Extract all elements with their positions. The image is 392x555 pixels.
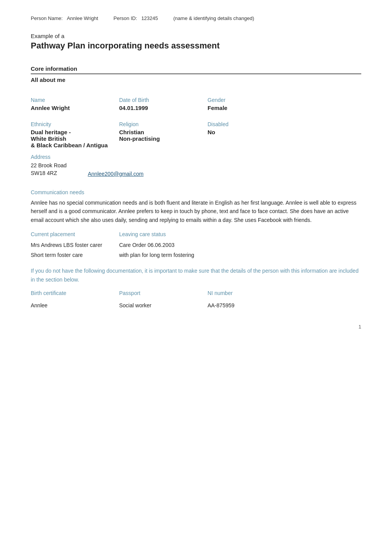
current-placement-value2: Short term foster care bbox=[31, 252, 119, 258]
ethnicity-value-line2: White British bbox=[31, 135, 119, 142]
address-line2: SW18 4RZ bbox=[31, 170, 57, 176]
ni-label: NI number bbox=[208, 290, 284, 296]
person-id-label: Person ID: 123245 bbox=[113, 15, 158, 21]
address-label: Address bbox=[31, 154, 361, 160]
communication-text: Annlee has no special communication need… bbox=[31, 198, 361, 224]
gender-label: Gender bbox=[208, 97, 284, 103]
core-information-section: Core information bbox=[31, 65, 361, 74]
ethnicity-value-line1: Dual heritage - bbox=[31, 129, 119, 135]
email-link[interactable]: Annlee200@gmail.com bbox=[88, 171, 143, 177]
birth-cert-value: Annlee bbox=[31, 302, 119, 308]
docs-header-row: Birth certificate Passport NI number bbox=[31, 290, 361, 299]
address-section: Address 22 Brook Road SW18 4RZ Annlee200… bbox=[31, 154, 361, 178]
religion-value-line1: Christian bbox=[119, 129, 208, 135]
religion-value-line2: Non-practising bbox=[119, 135, 208, 142]
disabled-col: Disabled No bbox=[208, 115, 284, 148]
religion-col: Religion Christian Non-practising bbox=[119, 115, 208, 148]
ni-value: AA-875959 bbox=[208, 302, 284, 308]
header-bar: Person Name: Annlee Wright Person ID: 12… bbox=[31, 15, 361, 21]
header-note: (name & identifying details changed) bbox=[173, 15, 254, 21]
page-number: 1 bbox=[31, 324, 361, 330]
address-line1: 22 Brook Road bbox=[31, 162, 361, 168]
dob-value: 04.01.1999 bbox=[119, 105, 208, 111]
personal-info-grid-2: Ethnicity Dual heritage - White British … bbox=[31, 115, 361, 148]
name-col: Name Annlee Wright bbox=[31, 91, 119, 111]
communication-label: Communication needs bbox=[31, 189, 361, 195]
religion-label: Religion bbox=[119, 121, 208, 127]
dob-col: Date of Birth 04.01.1999 bbox=[119, 91, 208, 111]
docs-value-row: Annlee Social worker AA-875959 bbox=[31, 302, 361, 308]
leaving-care-value2: with plan for long term fostering bbox=[119, 252, 361, 258]
warning-text: If you do not have the following documen… bbox=[31, 267, 361, 284]
birth-cert-label: Birth certificate bbox=[31, 290, 119, 296]
placement-row2: Short term foster care with plan for lon… bbox=[31, 252, 361, 260]
all-about-me-label: All about me bbox=[31, 77, 361, 83]
ethnicity-value-line3: & Black Caribbean / Antigua bbox=[31, 142, 119, 148]
gender-value: Female bbox=[208, 105, 284, 111]
example-of-a-label: Example of a bbox=[31, 33, 361, 39]
ethnicity-label: Ethnicity bbox=[31, 121, 119, 127]
person-name-value: Annlee Wright bbox=[67, 15, 98, 21]
dob-label: Date of Birth bbox=[119, 97, 208, 103]
disabled-value: No bbox=[208, 129, 284, 135]
disabled-label: Disabled bbox=[208, 121, 284, 127]
passport-value: Social worker bbox=[119, 302, 208, 308]
name-value: Annlee Wright bbox=[31, 105, 119, 111]
current-placement-value: Mrs Andrews LBS foster carer bbox=[31, 242, 119, 248]
gender-col: Gender Female bbox=[208, 91, 284, 111]
placement-section: Current placement Leaving care status Mr… bbox=[31, 231, 361, 260]
person-id-value: 123245 bbox=[141, 15, 158, 21]
leaving-care-label: Leaving care status bbox=[119, 231, 361, 237]
name-label: Name bbox=[31, 97, 119, 103]
placement-header-row: Current placement Leaving care status bbox=[31, 231, 361, 240]
passport-label: Passport bbox=[119, 290, 208, 296]
page-title: Pathway Plan incorporating needs assessm… bbox=[31, 41, 361, 51]
core-information-label: Core information bbox=[31, 65, 361, 72]
communication-section: Communication needs Annlee has no specia… bbox=[31, 189, 361, 224]
person-name-label: Person Name: Annlee Wright bbox=[31, 15, 98, 21]
current-placement-label: Current placement bbox=[31, 231, 119, 237]
personal-info-grid: Name Annlee Wright Date of Birth 04.01.1… bbox=[31, 91, 361, 111]
leaving-care-value: Care Order 06.06.2003 bbox=[119, 242, 361, 248]
ethnicity-col: Ethnicity Dual heritage - White British … bbox=[31, 115, 119, 148]
placement-row1: Mrs Andrews LBS foster carer Care Order … bbox=[31, 242, 361, 250]
